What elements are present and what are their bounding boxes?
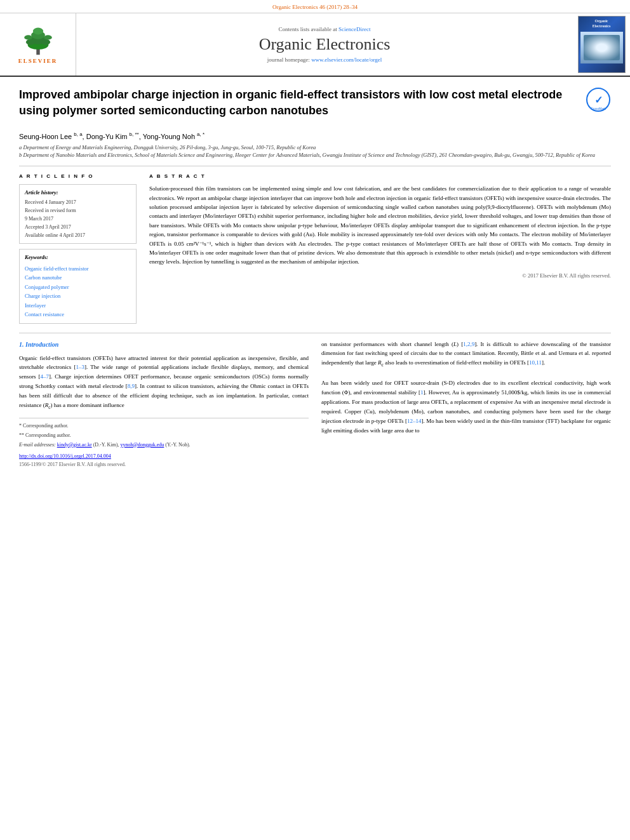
accepted-date: Accepted 3 April 2017 [25, 223, 131, 232]
article-info-heading: A R T I C L E I N F O [19, 173, 137, 180]
keyword-2: Carbon nanotube [25, 273, 131, 282]
ref-10-11[interactable]: 10,11 [529, 359, 542, 366]
footnote-email: E-mail addresses: kindy@gist.ac.kr (D.-Y… [19, 441, 309, 450]
intro-left-column: 1. Introduction Organic field-effect tra… [19, 340, 309, 469]
doi-link: http://dx.doi.org/10.1016/j.orgel.2017.0… [19, 453, 309, 461]
article-title-section: Improved ambipolar charge injection in o… [19, 87, 611, 124]
crossmark-logo-icon: ✓ CrossMark [586, 87, 611, 112]
author-3: Yong-Young Noh a, * [143, 133, 204, 140]
email-link-1[interactable]: kindy@gist.ac.kr [57, 442, 92, 448]
footnote-star1: * Corresponding author. [19, 422, 309, 430]
ref-1-3[interactable]: 1–3 [76, 364, 84, 370]
received-date: Received 4 January 2017 [25, 199, 131, 207]
footnote-star2: ** Corresponding author. [19, 432, 309, 440]
elsevier-logo: ELSEVIER [16, 25, 60, 64]
authors-line: Seung-Hoon Lee b, a, Dong-Yu Kim b, **, … [19, 131, 611, 140]
keywords-title: Keywords: [25, 253, 131, 262]
keyword-4: Charge injection [25, 291, 131, 300]
svg-point-5 [25, 39, 35, 45]
journal-reference-bar: Organic Electronics 46 (2017) 28–34 [0, 0, 630, 13]
intro-right-column: on transistor performances with short ch… [321, 340, 611, 469]
elsevier-tree-icon [16, 25, 60, 57]
received-revised-label: Received in revised form [25, 207, 131, 215]
article-history-block: Article history: Received 4 January 2017… [19, 184, 137, 244]
affiliation-b: b Department of Nanobio Materials and El… [19, 152, 611, 159]
journal-cover-image: OrganicElectronics [578, 16, 626, 73]
journal-cover-area: OrganicElectronics [573, 13, 630, 76]
divider [19, 166, 611, 166]
abstract-column: A B S T R A C T Solution-processed thin … [149, 173, 611, 324]
article-info-abstract-section: A R T I C L E I N F O Article history: R… [19, 173, 611, 324]
ref-8-9[interactable]: 8,9 [128, 383, 135, 389]
svg-text:CrossMark: CrossMark [591, 107, 607, 110]
intro-left-text: Organic field-effect transistors (OFETs)… [19, 354, 309, 411]
cover-title-text: OrganicElectronics [593, 19, 611, 29]
svg-point-8 [44, 35, 52, 39]
article-history-title: Article history: [25, 189, 131, 197]
email-link-2[interactable]: yynoh@dongguk.edu [120, 442, 164, 448]
doi-anchor[interactable]: http://dx.doi.org/10.1016/j.orgel.2017.0… [19, 453, 111, 459]
journal-title: Organic Electronics [259, 35, 391, 54]
article-info-column: A R T I C L E I N F O Article history: R… [19, 173, 137, 324]
keywords-block: Keywords: Organic field-effect transisto… [19, 249, 137, 323]
svg-point-4 [32, 28, 43, 35]
ref-12-14[interactable]: 12–14 [407, 418, 422, 424]
available-date: Available online 4 April 2017 [25, 232, 131, 240]
elsevier-wordmark: ELSEVIER [18, 58, 58, 64]
abstract-heading: A B S T R A C T [149, 173, 611, 180]
keyword-6: Contact resistance [25, 310, 131, 319]
journal-reference-text: Organic Electronics 46 (2017) 28–34 [272, 4, 358, 10]
affiliation-a: a Department of Energy and Materials Eng… [19, 144, 611, 152]
divider-2 [19, 333, 611, 333]
issn-text: 1566-1199/© 2017 Elsevier B.V. All right… [19, 461, 309, 469]
journal-header: ELSEVIER Contents lists available at Sci… [0, 13, 630, 77]
elsevier-logo-area: ELSEVIER [0, 13, 76, 76]
ref-1b[interactable]: 1 [420, 389, 424, 396]
keyword-1: Organic field-effect transistor [25, 264, 131, 273]
author-1: Seung-Hoon Lee b, a, [19, 133, 84, 140]
science-direct-line: Contents lists available at ScienceDirec… [279, 26, 371, 32]
abstract-text: Solution-processed thin film transistors… [149, 184, 611, 267]
svg-text:✓: ✓ [594, 95, 603, 105]
ref-4-7[interactable]: 4–7 [41, 373, 50, 380]
keyword-5: Interlayer [25, 301, 131, 310]
intro-heading: 1. Introduction [19, 340, 309, 350]
author-2: Dong-Yu Kim b, **, [86, 133, 141, 140]
revised-date: 9 March 2017 [25, 215, 131, 223]
homepage-link[interactable]: www.elsevier.com/locate/orgel [311, 57, 382, 63]
main-content: Improved ambipolar charge injection in o… [0, 77, 630, 482]
copyright-text: © 2017 Elsevier B.V. All rights reserved… [149, 272, 611, 280]
journal-name-area: Contents lists available at ScienceDirec… [76, 13, 573, 76]
introduction-section: 1. Introduction Organic field-effect tra… [19, 340, 611, 469]
keyword-3: Conjugated polymer [25, 283, 131, 291]
article-title: Improved ambipolar charge injection in o… [19, 87, 579, 119]
science-direct-link[interactable]: ScienceDirect [338, 26, 370, 32]
ref-1-2-9[interactable]: 1,2,9 [463, 341, 474, 347]
svg-point-7 [24, 35, 32, 39]
footnote-section: * Corresponding author. ** Corresponding… [19, 418, 309, 449]
cover-illustration [580, 32, 623, 63]
affiliations: a Department of Energy and Materials Eng… [19, 144, 611, 159]
intro-right-text: on transistor performances with short ch… [321, 340, 611, 436]
svg-point-6 [41, 39, 50, 45]
homepage-line: journal homepage: www.elsevier.com/locat… [267, 57, 382, 63]
